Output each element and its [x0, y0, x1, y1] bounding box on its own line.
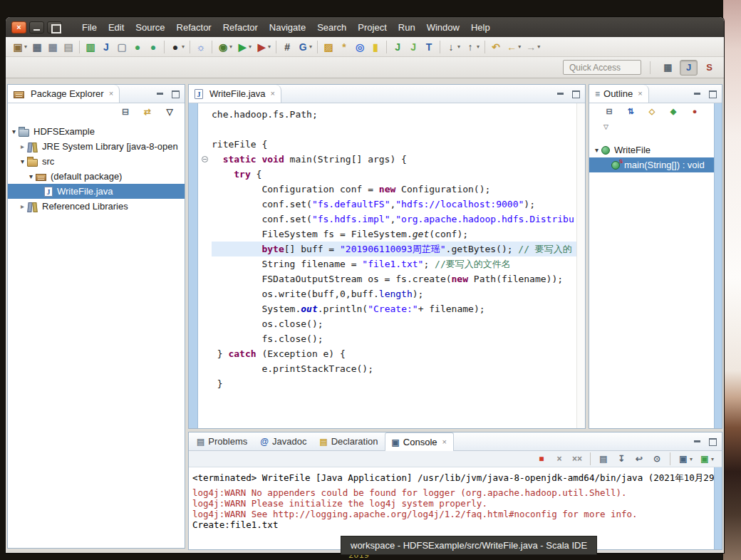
sort-icon[interactable]: ⇅: [623, 103, 638, 120]
code-line[interactable]: [198, 122, 576, 137]
code-line[interactable]: che.hadoop.fs.Path;: [198, 107, 576, 122]
view-menu-icon[interactable]: ▽: [603, 123, 608, 130]
minimize-icon[interactable]: [693, 437, 702, 445]
display-console-icon[interactable]: ▣▾: [675, 450, 695, 467]
tree-item-referenced-libraries[interactable]: ▸Referenced Libraries: [8, 199, 185, 214]
minimize-icon[interactable]: [693, 90, 702, 98]
tree-item-src[interactable]: ▾src: [8, 154, 185, 169]
chevron-right-icon[interactable]: ▸: [18, 142, 27, 150]
menu-navigate[interactable]: Navigate: [264, 19, 311, 36]
new-wizard-icon[interactable]: ▣▾: [10, 38, 29, 56]
collapse-all-icon[interactable]: ⊟: [118, 103, 133, 120]
debug-icon[interactable]: ◉▾: [215, 38, 234, 56]
code-line[interactable]: os.write(buff,0,buff.length);: [198, 286, 576, 301]
maximize-icon[interactable]: [708, 90, 717, 98]
menu-window[interactable]: Window: [421, 19, 465, 36]
minimize-icon[interactable]: [156, 90, 165, 98]
editor-left-scrollbar[interactable]: [189, 103, 198, 428]
next-annotation-icon[interactable]: ↓▾: [443, 38, 462, 56]
coverage-icon[interactable]: ▶▾: [254, 38, 273, 56]
search-icon[interactable]: ◎: [352, 38, 368, 56]
open-type-icon[interactable]: #: [279, 38, 295, 56]
new-class-icon[interactable]: ●: [130, 38, 145, 56]
save-all-icon[interactable]: ▦: [45, 38, 61, 56]
remove-launch-icon[interactable]: ×: [551, 450, 567, 467]
code-line[interactable]: String filename = "file1.txt"; //要写入的文件名: [198, 256, 576, 271]
menu-source[interactable]: Source: [130, 19, 170, 36]
tree-item-main-string-void[interactable]: main(String[]) : void: [589, 157, 714, 172]
close-icon[interactable]: ×: [442, 438, 447, 446]
external-tools-icon[interactable]: ☼: [193, 38, 209, 56]
menu-help[interactable]: Help: [465, 19, 496, 36]
code-line[interactable]: FSDataOutputStream os = fs.create(new Pa…: [198, 271, 576, 286]
code-line[interactable]: conf.set("fs.hdfs.impl","org.apache.hado…: [198, 212, 576, 227]
clear-console-icon[interactable]: ▤: [596, 450, 611, 467]
scala-perspective-icon[interactable]: S: [700, 60, 718, 76]
outline-tab[interactable]: ≡ Outline ×: [589, 85, 649, 103]
folder-icon[interactable]: ▨: [321, 38, 336, 56]
titlebar[interactable]: × FileEditSourceRefactorRefactorNavigate…: [6, 17, 724, 37]
forward-icon[interactable]: →▾: [523, 38, 542, 56]
collapse-all-icon[interactable]: ⊟: [601, 103, 617, 120]
minimize-icon[interactable]: [556, 90, 565, 98]
tree-item-writefile-java[interactable]: WriteFile.java: [8, 184, 185, 199]
tree-item--default-package-[interactable]: ▾(default package): [8, 169, 185, 184]
editor-overview-ruler[interactable]: [576, 103, 585, 428]
console-scrollbar[interactable]: [714, 467, 722, 549]
console-tab-declaration[interactable]: ▤Declaration: [313, 432, 384, 450]
print-icon[interactable]: ▤: [61, 38, 76, 56]
window-minimize-button[interactable]: [29, 21, 44, 33]
window-close-button[interactable]: ×: [11, 21, 26, 33]
tree-item-hdfsexample[interactable]: ▾HDFSExample: [8, 124, 185, 139]
code-line[interactable]: FileSystem fs = FileSystem.get(conf);: [198, 227, 576, 242]
code-line[interactable]: static void main(String[] args) {: [198, 152, 576, 167]
save-icon[interactable]: ▦: [29, 38, 45, 56]
hide-static-icon[interactable]: ◆: [665, 103, 681, 120]
chevron-right-icon[interactable]: ▸: [18, 202, 27, 210]
scroll-lock-icon[interactable]: ↧: [613, 450, 629, 467]
menu-search[interactable]: Search: [311, 19, 352, 36]
fold-collapse-icon[interactable]: [202, 156, 208, 162]
remove-all-launches-icon[interactable]: ××: [569, 450, 585, 467]
java-perspective-icon[interactable]: J: [680, 60, 698, 76]
code-line[interactable]: e.printStackTrace();: [198, 361, 576, 376]
menu-refactor[interactable]: Refactor: [217, 19, 264, 36]
window-maximize-button[interactable]: [47, 21, 62, 33]
menu-project[interactable]: Project: [352, 19, 392, 36]
code-line[interactable]: try {: [198, 167, 576, 182]
javadoc-icon[interactable]: J: [390, 38, 405, 56]
chevron-down-icon[interactable]: ▾: [18, 157, 27, 165]
hide-non-public-icon[interactable]: ●: [687, 103, 703, 120]
run-icon[interactable]: ▶▾: [234, 38, 254, 56]
tree-item-jre-system-library-java-8-open[interactable]: ▸JRE System Library [java-8-open: [8, 139, 185, 154]
code-line[interactable]: byte[] buff = "201906110093周芷瑶".getBytes…: [198, 242, 576, 256]
terminate-icon[interactable]: ■: [534, 450, 549, 467]
maximize-icon[interactable]: [708, 437, 717, 445]
java-build-icon[interactable]: J: [98, 38, 114, 56]
word-wrap-icon[interactable]: ↩: [631, 450, 647, 467]
link-editor-icon[interactable]: ⇄: [140, 103, 155, 120]
hide-fields-icon[interactable]: ◇: [644, 103, 660, 120]
chevron-down-icon[interactable]: ▾: [26, 172, 36, 180]
console-tab-console[interactable]: ▣Console×: [385, 432, 454, 451]
web-browser-icon[interactable]: ●▾: [167, 38, 187, 56]
maximize-icon[interactable]: [171, 90, 180, 98]
package-explorer-tab[interactable]: Package Explorer ×: [8, 85, 120, 103]
menu-file[interactable]: File: [76, 19, 103, 36]
close-icon[interactable]: ×: [638, 90, 642, 98]
task-list-icon[interactable]: ▥: [83, 38, 98, 56]
quick-access-box[interactable]: Quick Access: [563, 60, 641, 75]
console-tab-problems[interactable]: ▤Problems: [190, 432, 254, 450]
console-tab-javadoc[interactable]: @Javadoc: [254, 432, 313, 450]
pin-console-icon[interactable]: ⊙: [649, 450, 665, 467]
close-icon[interactable]: ×: [271, 90, 275, 98]
open-perspective-icon[interactable]: ▦: [659, 60, 677, 76]
javadoc-export-icon[interactable]: J: [405, 38, 421, 56]
new-interface-icon[interactable]: ●: [145, 38, 161, 56]
code-line[interactable]: riteFile {: [198, 137, 576, 152]
back-icon[interactable]: ←▾: [504, 38, 523, 56]
outline-scrollbar[interactable]: [714, 103, 722, 428]
letter-t-icon[interactable]: T: [421, 38, 437, 56]
code-line[interactable]: os.close();: [198, 316, 576, 331]
code-line[interactable]: System.out.println("Create:"+ filename);: [198, 301, 576, 316]
